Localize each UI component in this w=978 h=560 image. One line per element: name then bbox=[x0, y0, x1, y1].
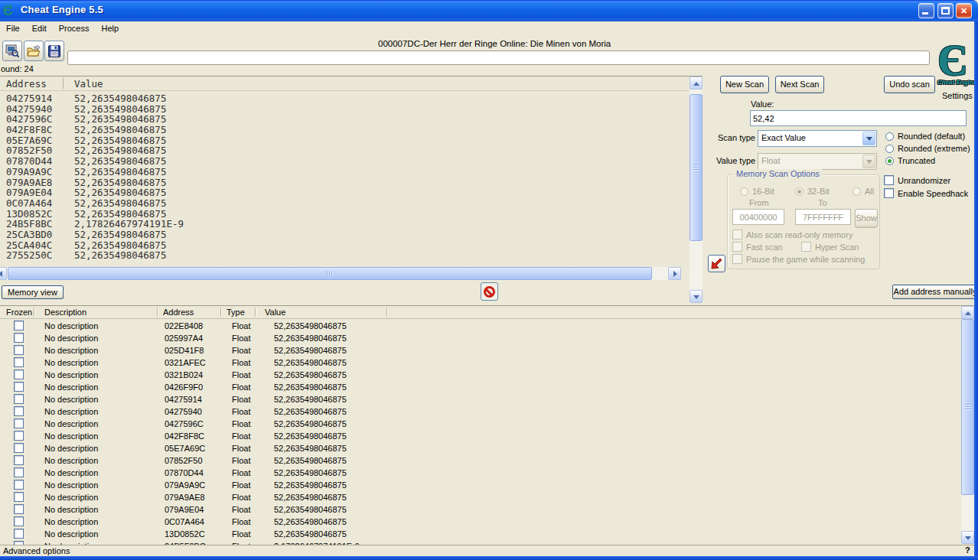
value-column-header[interactable]: Value bbox=[265, 308, 285, 317]
save-table-button[interactable] bbox=[44, 41, 64, 61]
type-column-header[interactable]: Type bbox=[227, 308, 245, 317]
frozen-checkbox[interactable] bbox=[14, 394, 24, 404]
title-bar[interactable]: Є Cheat Engine 5.5 ✕ bbox=[0, 0, 978, 21]
address-table-row[interactable]: No description025997A4Float52,2635498046… bbox=[0, 332, 961, 344]
frozen-checkbox[interactable] bbox=[14, 321, 24, 330]
address-table-row[interactable]: No description079A9A9CFloat52,2635498046… bbox=[0, 479, 961, 491]
new-scan-button[interactable]: New Scan bbox=[720, 76, 769, 93]
menu-item-help[interactable]: Help bbox=[95, 21, 125, 34]
select-process-button[interactable] bbox=[2, 41, 22, 61]
advanced-options-label[interactable]: Advanced options bbox=[3, 546, 70, 555]
address-table-row[interactable]: No description0427596CFloat52,2635498046… bbox=[0, 418, 961, 430]
minimize-button[interactable] bbox=[918, 3, 934, 18]
frozen-checkbox[interactable] bbox=[14, 406, 24, 416]
cancel-scan-button[interactable] bbox=[481, 282, 498, 301]
frozen-checkbox[interactable] bbox=[14, 418, 24, 428]
frozen-checkbox[interactable] bbox=[14, 467, 24, 477]
frozen-checkbox[interactable] bbox=[14, 492, 24, 502]
address-table-row[interactable]: No description0426F9F0Float52,2635498046… bbox=[0, 381, 961, 393]
undo-scan-button[interactable]: Undo scan bbox=[884, 76, 935, 93]
scan-value-input[interactable] bbox=[750, 110, 967, 126]
frozen-checkbox[interactable] bbox=[14, 370, 24, 379]
address-table-row[interactable]: No description04275914Float52,2635498046… bbox=[0, 393, 961, 405]
radio-truncated[interactable]: Truncated bbox=[885, 156, 935, 167]
address-table-row[interactable]: No description13D0852CFloat52,2635498046… bbox=[0, 528, 961, 540]
add-address-manually-button[interactable]: Add address manually bbox=[892, 285, 974, 299]
scan-result-row[interactable]: 0427591452,2635498046875 bbox=[0, 93, 687, 103]
address-table-row[interactable]: No description079A9E04Float52,2635498046… bbox=[0, 503, 961, 516]
description-column-header[interactable]: Description bbox=[44, 308, 86, 317]
column-separator[interactable] bbox=[34, 308, 34, 317]
radio-rounded-extreme[interactable]: Rounded (extreme) bbox=[885, 144, 970, 155]
scroll-down-button[interactable] bbox=[961, 531, 974, 544]
memory-view-button[interactable]: Memory view bbox=[2, 285, 64, 299]
column-separator[interactable] bbox=[63, 78, 64, 89]
scan-type-dropdown[interactable]: Exact Value bbox=[758, 130, 877, 147]
scroll-thumb[interactable] bbox=[8, 267, 652, 280]
open-table-button[interactable] bbox=[24, 41, 44, 61]
table-vertical-scrollbar[interactable] bbox=[961, 305, 974, 545]
menu-item-edit[interactable]: Edit bbox=[26, 21, 53, 34]
scan-result-row[interactable]: 079A9AE852,2635498046875 bbox=[0, 177, 687, 187]
next-scan-button[interactable]: Next Scan bbox=[775, 76, 824, 93]
maximize-button[interactable] bbox=[937, 3, 954, 18]
scroll-right-button[interactable] bbox=[668, 267, 681, 280]
checkbox-unrandomizer[interactable]: Unrandomizer bbox=[884, 175, 950, 186]
scroll-thumb[interactable] bbox=[689, 94, 703, 241]
settings-link[interactable]: Settings bbox=[942, 91, 973, 100]
frozen-checkbox[interactable] bbox=[14, 480, 24, 490]
checkbox-enable-speedhack[interactable]: Enable Speedhack bbox=[884, 188, 968, 199]
scroll-thumb[interactable] bbox=[961, 319, 974, 495]
address-column-header[interactable]: Address bbox=[6, 78, 47, 90]
address-table-row[interactable]: No description0321AFECFloat52,2635498046… bbox=[0, 357, 961, 369]
frozen-checkbox[interactable] bbox=[14, 333, 24, 343]
scan-result-row[interactable]: 079A9E0452,2635498046875 bbox=[0, 187, 687, 197]
menu-item-file[interactable]: File bbox=[0, 21, 26, 34]
frozen-checkbox[interactable] bbox=[14, 455, 24, 465]
address-table-row[interactable]: No description022E8408Float52,2635498046… bbox=[0, 320, 961, 332]
dropdown-arrow-icon[interactable] bbox=[862, 132, 875, 145]
column-separator[interactable] bbox=[157, 308, 158, 317]
help-label[interactable]: ? bbox=[965, 545, 970, 555]
radio-rounded-default[interactable]: Rounded (default) bbox=[885, 132, 965, 142]
value-column-header[interactable]: Value bbox=[74, 78, 103, 90]
scan-result-row[interactable]: 0427594052,2635498046875 bbox=[0, 103, 687, 114]
frozen-checkbox[interactable] bbox=[14, 529, 24, 539]
scan-result-row[interactable]: 07852F5052,2635498046875 bbox=[0, 145, 687, 155]
column-separator[interactable] bbox=[255, 308, 256, 317]
address-table-row[interactable]: No description042F8F8CFloat52,2635498046… bbox=[0, 430, 961, 442]
frozen-checkbox[interactable] bbox=[14, 443, 24, 453]
address-table-row[interactable]: No description025D41F8Float52,2635498046… bbox=[0, 344, 961, 357]
address-table-row[interactable]: No description07852F50Float52,2635498046… bbox=[0, 454, 961, 467]
scroll-up-button[interactable] bbox=[961, 306, 974, 319]
scan-result-row[interactable]: 0C07A46452,2635498046875 bbox=[0, 197, 687, 208]
frozen-checkbox[interactable] bbox=[14, 357, 24, 367]
scroll-up-button[interactable] bbox=[689, 77, 703, 90]
scan-result-row[interactable]: 13D0852C52,2635498046875 bbox=[0, 208, 687, 219]
scan-result-row[interactable]: 07870D4452,2635498046875 bbox=[0, 155, 687, 166]
address-table-row[interactable]: No description079A9AE8Float52,2635498046… bbox=[0, 491, 961, 503]
results-horizontal-scrollbar[interactable] bbox=[0, 267, 683, 280]
address-table-row[interactable]: No description05E7A69CFloat52,2635498046… bbox=[0, 442, 961, 454]
scan-result-row[interactable]: 0427596C52,2635498046875 bbox=[0, 113, 687, 124]
scan-result-row[interactable]: 042F8F8C52,2635498046875 bbox=[0, 124, 687, 135]
scan-result-row[interactable]: 24B5F8BC2,17826467974191E-9 bbox=[0, 218, 687, 229]
scan-results-list[interactable]: Address Value 0427591452,263549804687504… bbox=[0, 76, 703, 267]
scan-result-row[interactable]: 2755250C52,2635498046875 bbox=[0, 249, 687, 260]
scroll-down-button[interactable] bbox=[689, 290, 703, 303]
menu-item-process[interactable]: Process bbox=[53, 21, 96, 34]
frozen-checkbox[interactable] bbox=[14, 382, 24, 392]
frozen-checkbox[interactable] bbox=[14, 504, 24, 514]
scan-result-row[interactable]: 25CA3BD052,2635498046875 bbox=[0, 229, 687, 239]
address-list[interactable]: Frozen Description Address Type Value No… bbox=[0, 305, 974, 545]
frozen-column-header[interactable]: Frozen bbox=[6, 308, 32, 317]
close-button[interactable]: ✕ bbox=[956, 3, 972, 18]
frozen-checkbox[interactable] bbox=[14, 431, 24, 441]
results-vertical-scrollbar[interactable] bbox=[689, 77, 703, 303]
scan-result-row[interactable]: 05E7A69C52,2635498046875 bbox=[0, 135, 687, 145]
scan-result-row[interactable]: 25CA404C52,2635498046875 bbox=[0, 239, 687, 250]
address-table-row[interactable]: No description0321B024Float52,2635498046… bbox=[0, 369, 961, 381]
address-table-row[interactable]: No description0C07A464Float52,2635498046… bbox=[0, 516, 961, 528]
address-column-header[interactable]: Address bbox=[163, 308, 194, 317]
column-separator[interactable] bbox=[220, 308, 221, 317]
